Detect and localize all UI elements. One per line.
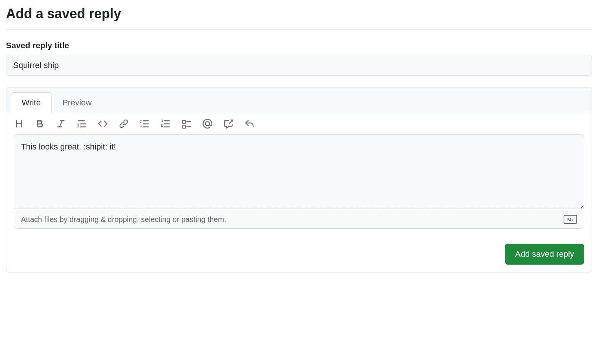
editor-box: Write Preview	[6, 87, 592, 272]
title-label: Saved reply title	[6, 41, 592, 50]
title-input[interactable]	[6, 55, 592, 76]
mention-icon[interactable]	[202, 118, 213, 129]
page-title: Add a saved reply	[6, 6, 592, 30]
unordered-list-icon[interactable]	[139, 118, 150, 129]
reply-icon[interactable]	[244, 118, 255, 129]
body-textarea[interactable]	[14, 134, 584, 209]
italic-icon[interactable]	[56, 118, 66, 129]
quote-icon[interactable]	[77, 118, 87, 129]
tab-preview[interactable]: Preview	[52, 92, 102, 113]
editor-tabs: Write Preview	[6, 87, 592, 113]
ordered-list-icon[interactable]	[160, 118, 171, 129]
markdown-icon[interactable]: M↓	[564, 215, 577, 224]
tab-write[interactable]: Write	[11, 92, 52, 113]
cross-reference-icon[interactable]	[223, 118, 234, 129]
attach-hint: Attach files by dragging & dropping, sel…	[21, 215, 226, 224]
bold-icon[interactable]	[35, 118, 45, 129]
attach-row[interactable]: Attach files by dragging & dropping, sel…	[14, 210, 584, 229]
actions-row: Add saved reply	[6, 236, 592, 272]
task-list-icon[interactable]	[181, 118, 192, 129]
link-icon[interactable]	[118, 118, 129, 129]
code-icon[interactable]	[98, 118, 108, 129]
add-saved-reply-button[interactable]: Add saved reply	[505, 244, 584, 265]
editor-toolbar	[6, 113, 592, 134]
heading-icon[interactable]	[14, 118, 24, 129]
